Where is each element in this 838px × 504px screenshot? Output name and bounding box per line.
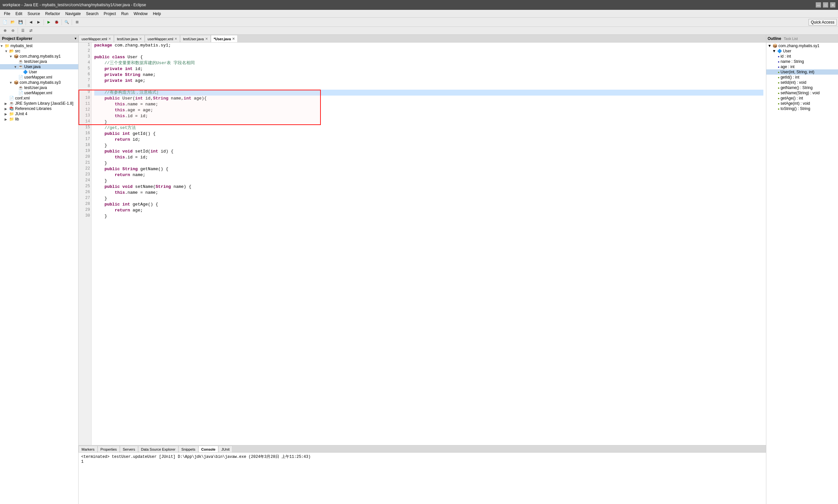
code-line-23[interactable]: return name; bbox=[94, 172, 763, 178]
outline-item-12[interactable]: ● toString() : String bbox=[766, 106, 838, 111]
tree-item-12[interactable]: ▶ 📚 Referenced Libraries bbox=[0, 106, 78, 111]
editor-tab-3[interactable]: testUser.java✕ bbox=[180, 35, 211, 42]
bottom-tab-properties[interactable]: Properties bbox=[97, 446, 120, 452]
code-line-8[interactable] bbox=[94, 84, 763, 90]
code-line-14[interactable]: } bbox=[94, 119, 763, 125]
code-line-3[interactable]: public class User { bbox=[94, 54, 763, 60]
outline-item-9[interactable]: ● setName(String) : void bbox=[766, 90, 838, 95]
maximize-button[interactable]: □ bbox=[823, 2, 828, 7]
outline-item-3[interactable]: ● name : String bbox=[766, 59, 838, 64]
outline-item-5[interactable]: ● User(int, String, int) bbox=[766, 69, 838, 75]
tree-item-6[interactable]: 📄 userMapper.xml bbox=[0, 75, 78, 80]
outline-item-1[interactable]: ▼ 🔷 User bbox=[766, 49, 838, 54]
bottom-tab-snippets[interactable]: Snippets bbox=[178, 446, 198, 452]
tab-close-3[interactable]: ✕ bbox=[205, 37, 208, 40]
toolbar-forward-button[interactable]: ▶ bbox=[35, 19, 42, 26]
code-line-7[interactable]: private int age; bbox=[94, 78, 763, 84]
bottom-tab-markers[interactable]: Markers bbox=[78, 446, 97, 452]
menu-item-source[interactable]: Source bbox=[25, 11, 42, 17]
tab-close-4[interactable]: ✕ bbox=[232, 37, 235, 40]
tree-item-14[interactable]: ▶ 📁 lib bbox=[0, 116, 78, 122]
toolbar-back-button[interactable]: ◀ bbox=[27, 19, 34, 26]
outline-item-0[interactable]: ▼ 📦 com.zhang.mybatis.sy1 bbox=[766, 43, 838, 49]
code-line-18[interactable]: } bbox=[94, 143, 763, 148]
toolbar-run-button[interactable]: ▶ bbox=[45, 19, 52, 26]
menu-item-project[interactable]: Project bbox=[101, 11, 119, 17]
bottom-tab-servers[interactable]: Servers bbox=[120, 446, 138, 452]
tree-item-9[interactable]: 📄 userMapper.xml bbox=[0, 90, 78, 95]
quick-access-label[interactable]: Quick Access bbox=[808, 19, 837, 25]
menu-item-run[interactable]: Run bbox=[119, 11, 131, 17]
toolbar2-btn2[interactable]: ⊖ bbox=[9, 27, 16, 34]
toolbar-perspective-button[interactable]: ⊞ bbox=[73, 19, 81, 26]
tab-close-1[interactable]: ✕ bbox=[139, 37, 142, 40]
editor-tab-1[interactable]: testUser.java✕ bbox=[114, 35, 145, 42]
toolbar-search-button[interactable]: 🔍 bbox=[63, 19, 70, 26]
menu-item-file[interactable]: File bbox=[1, 11, 13, 17]
code-line-30[interactable]: } bbox=[94, 213, 763, 219]
tree-item-2[interactable]: ▼ 📦 com.zhang.mybatis.sy1 bbox=[0, 54, 78, 59]
task-list-tab[interactable]: Task List bbox=[784, 37, 798, 40]
close-button[interactable]: ✕ bbox=[830, 2, 835, 7]
outline-item-11[interactable]: ● setAge(int) : void bbox=[766, 101, 838, 106]
menu-item-help[interactable]: Help bbox=[150, 11, 164, 17]
console-area[interactable]: <terminated> testUser.updateUser [JUnit]… bbox=[78, 453, 766, 504]
outline-item-8[interactable]: ● getName() : String bbox=[766, 85, 838, 90]
toolbar-open-button[interactable]: 📂 bbox=[9, 19, 16, 26]
code-line-10[interactable]: public User(int id,String name,int age){ bbox=[94, 95, 763, 102]
code-line-17[interactable]: return id; bbox=[94, 137, 763, 143]
code-line-6[interactable]: private String name; bbox=[94, 72, 763, 78]
tree-item-5[interactable]: 🔷 User bbox=[0, 69, 78, 75]
code-line-16[interactable]: public int getId() { bbox=[94, 131, 763, 137]
code-line-19[interactable]: public void setId(int id) { bbox=[94, 148, 763, 155]
code-line-20[interactable]: this.id = id; bbox=[94, 155, 763, 160]
code-line-12[interactable]: this.age = age; bbox=[94, 107, 763, 113]
tree-item-4[interactable]: ▼ ☕ User.java bbox=[0, 64, 78, 69]
menu-item-search[interactable]: Search bbox=[84, 11, 101, 17]
code-line-13[interactable]: this.id = id; bbox=[94, 113, 763, 119]
editor-tab-4[interactable]: *User.java✕ bbox=[211, 35, 238, 42]
project-explorer-minimize[interactable]: ▾ bbox=[75, 37, 76, 40]
tree-item-8[interactable]: ☕ testUser.java bbox=[0, 85, 78, 90]
toolbar-debug-button[interactable]: 🐞 bbox=[53, 19, 60, 26]
outline-tree[interactable]: ▼ 📦 com.zhang.mybatis.sy1 ▼ 🔷 User ● id … bbox=[766, 42, 838, 504]
toolbar2-btn3[interactable]: ☰ bbox=[19, 27, 26, 34]
editor-tab-0[interactable]: userMapper.xml✕ bbox=[78, 35, 114, 42]
outline-item-6[interactable]: ● getId() : int bbox=[766, 75, 838, 80]
outline-item-7[interactable]: ● setId(int) : void bbox=[766, 80, 838, 85]
bottom-tab-junit[interactable]: JUnit bbox=[218, 446, 232, 452]
code-line-11[interactable]: this.name = name; bbox=[94, 102, 763, 107]
code-line-25[interactable]: public void setName(String name) { bbox=[94, 184, 763, 190]
code-line-5[interactable]: private int id; bbox=[94, 66, 763, 72]
code-line-21[interactable]: } bbox=[94, 160, 763, 166]
toolbar2-btn4[interactable]: ⇄ bbox=[27, 27, 34, 34]
code-lines[interactable]: package com.zhang.mybatis.sy1; public cl… bbox=[92, 42, 766, 445]
code-line-26[interactable]: this.name = name; bbox=[94, 190, 763, 196]
bottom-tab-console[interactable]: Console bbox=[198, 446, 218, 452]
tab-close-0[interactable]: ✕ bbox=[108, 37, 111, 40]
outline-item-2[interactable]: ● id : int bbox=[766, 54, 838, 59]
code-line-27[interactable]: } bbox=[94, 196, 763, 202]
menu-item-edit[interactable]: Edit bbox=[13, 11, 25, 17]
tree-item-7[interactable]: ▼ 📦 com.zhang.mybatis.sy3 bbox=[0, 80, 78, 85]
outline-item-4[interactable]: ● age : int bbox=[766, 64, 838, 69]
tree-item-13[interactable]: ▶ 📁 JUnit 4 bbox=[0, 111, 78, 116]
tree-item-1[interactable]: ▼ 📂 src bbox=[0, 49, 78, 54]
menu-item-window[interactable]: Window bbox=[131, 11, 150, 17]
outline-item-10[interactable]: ● getAge() : int bbox=[766, 95, 838, 101]
code-line-4[interactable]: //三个变量要和数据库建的User表 字段名相同 bbox=[94, 60, 763, 66]
toolbar2-btn1[interactable]: ⊕ bbox=[1, 27, 8, 34]
code-line-2[interactable] bbox=[94, 49, 763, 54]
code-line-28[interactable]: public int getAge() { bbox=[94, 202, 763, 208]
code-line-22[interactable]: public String getName() { bbox=[94, 166, 763, 172]
tree-item-3[interactable]: ☕ testUser.java bbox=[0, 59, 78, 64]
editor-tab-2[interactable]: userMapper.xml✕ bbox=[145, 35, 180, 42]
code-line-9[interactable]: //有参构造方法，注意格式| bbox=[94, 90, 763, 95]
toolbar-save-button[interactable]: 💾 bbox=[17, 19, 24, 26]
code-line-24[interactable]: } bbox=[94, 178, 763, 184]
toolbar-new-button[interactable]: 📄 bbox=[1, 19, 8, 26]
menu-item-navigate[interactable]: Navigate bbox=[63, 11, 83, 17]
minimize-button[interactable]: — bbox=[816, 2, 821, 7]
menu-item-refactor[interactable]: Refactor bbox=[42, 11, 63, 17]
tree-item-10[interactable]: 📄 conf.xml bbox=[0, 95, 78, 101]
